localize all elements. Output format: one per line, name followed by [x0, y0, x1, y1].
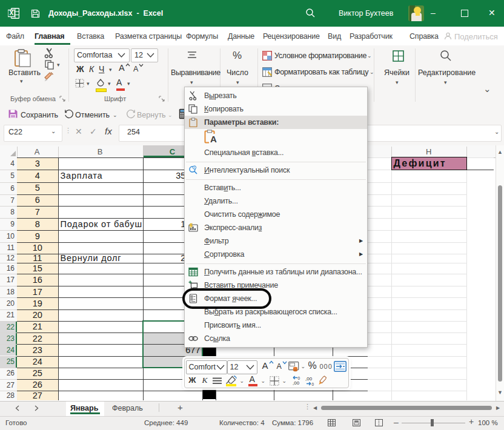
svg-text:,00: ,00 — [305, 376, 313, 382]
svg-text:0: 0 — [311, 382, 314, 386]
svg-text:,00: ,00 — [293, 380, 300, 386]
svg-text:0: 0 — [297, 376, 300, 380]
svg-text:A: A — [210, 134, 217, 144]
svg-text:X: X — [9, 10, 13, 16]
